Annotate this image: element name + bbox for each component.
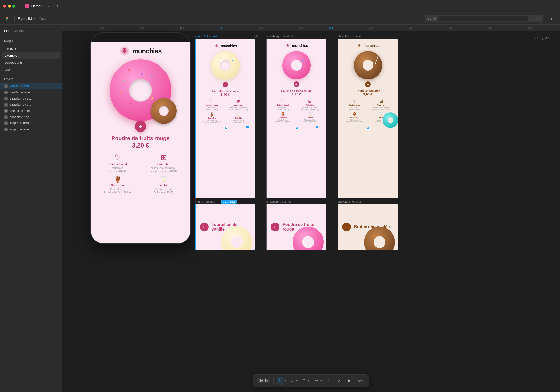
layer-vanilla-std[interactable]: ⊞ vanilla / stand... — [0, 83, 62, 89]
sidebar-tabs: File Assets — [0, 25, 62, 37]
refresh-nav-btn[interactable]: ↺ — [433, 17, 436, 21]
new-tab-btn[interactable]: + — [56, 3, 59, 9]
layout-toggle-btn[interactable]: ⊡ — [549, 14, 557, 23]
cuisine-local-supplier: MunchiesNantes (44000) — [109, 166, 127, 173]
right-sel-info: Sel 8g 3% — [533, 36, 550, 40]
project-name[interactable]: Figma B2 ▼ — [18, 17, 36, 20]
ingredient-cuisine-local: ♡ Cuisine Local MunchiesNantes (44000) — [96, 153, 139, 173]
back-btn-choc[interactable]: ← — [342, 223, 351, 231]
phone-mockup: munchies — [90, 32, 191, 244]
tool-component[interactable]: ❖ — [345, 377, 353, 384]
phone-munchies-logo: munchies — [119, 46, 161, 56]
external-link-btn[interactable]: ↗ — [534, 17, 537, 21]
user-info: Ynov — [39, 17, 46, 20]
tool-ellipse[interactable]: ○ — [335, 377, 342, 384]
forward-nav-btn[interactable]: › — [430, 16, 431, 21]
strawberry-opened-label: strawberry / opened — [266, 200, 291, 203]
vanilla-std-code-icon: </> — [254, 35, 258, 38]
back-btn-strawberry[interactable]: ← — [271, 223, 279, 231]
pen-tool-icon: ✏ — [313, 377, 319, 384]
farine-bio-supplier: Minoterie GiraudineauSaint-Colomban (443… — [150, 166, 178, 173]
sel-label: Sel — [259, 379, 263, 382]
svg-point-3 — [123, 48, 126, 50]
tool-pen[interactable]: ✏ ▼ — [313, 377, 323, 384]
choc-opened-label: chocolate / opened — [338, 200, 362, 203]
tab-assets[interactable]: Assets — [14, 28, 24, 34]
page-item-test[interactable]: test — [2, 66, 60, 73]
dimension-badge: 393 / 852 — [221, 199, 237, 204]
vanilla-opened-label: vanilla / opened — [195, 200, 215, 203]
lait-bio-supplier: Maison Le GallQuimper (29000) — [154, 187, 173, 194]
bottom-toolbar: Sel 8g ↖ ▼ # ▼ □ ▼ ✏ ▼ T — [253, 374, 369, 387]
sucre-bio-supplier: Cristal UnionFontaine-le-Dun (76640) — [104, 187, 132, 194]
phone-add-btn[interactable]: + — [135, 121, 146, 132]
layer-vanilla-open[interactable]: ⊞ vanilla / opene... — [0, 89, 62, 95]
layer-sugar-std[interactable]: ⊞ sugar / standa... — [0, 120, 62, 126]
back-btn-vanilla[interactable]: ← — [200, 223, 209, 231]
canvas-area[interactable]: -300 -200 -100 0 100 200 393 500 600 700… — [62, 25, 560, 392]
layer-choc-open[interactable]: ⊞ chocolate / op... — [0, 114, 62, 120]
small-donut — [151, 98, 177, 124]
toolbar-divider-1 — [14, 15, 15, 22]
frame-strawberry-std[interactable]: munchies + Poudre de fruits rouge 3,20 €… — [266, 39, 326, 198]
page-item-exercice[interactable]: exercice — [2, 45, 60, 52]
lait-bio-name: Lait bio — [158, 184, 168, 187]
frame-vanilla-opened[interactable]: ← Tourbillon de vanille — [195, 204, 255, 250]
frame-vanilla-std[interactable]: munchies + Tourbillon de vanille 2,40 € — [195, 39, 255, 198]
strawberry-price: 3,20 € — [292, 92, 301, 96]
left-sidebar: File Assets Pages exercice exemple compo… — [0, 25, 62, 392]
phone-screen: munchies — [91, 42, 190, 243]
vanilla-std-frame-label: vanilla / standard — [195, 35, 217, 38]
connector-dot-choc — [367, 127, 370, 130]
layer-sugar-open[interactable]: ⊞ sugar / opened... — [0, 126, 62, 133]
layers-section: Layers ⊞ vanilla / stand... ⊞ vanilla / … — [0, 74, 62, 392]
layer-strawberry-std[interactable]: ⊞ strawberry / st... — [0, 95, 62, 102]
window-controls — [3, 5, 15, 8]
tool-text[interactable]: T — [326, 377, 332, 384]
sucre-bio-icon: 🏺 — [114, 176, 121, 183]
back-nav-btn[interactable]: ‹ — [427, 16, 429, 21]
url-bar[interactable] — [438, 16, 528, 21]
munchies-logo-icon — [119, 46, 130, 56]
vanilla-price: 2,40 € — [220, 93, 230, 96]
minimize-window-btn[interactable] — [8, 5, 11, 8]
figma-tab-close[interactable]: × — [47, 5, 49, 8]
browser-tabs: Figma B2 × + — [21, 3, 59, 10]
frame-strawberry-opened[interactable]: ← Poudre de fruits rouge — [266, 204, 326, 250]
layers-list: ⊞ vanilla / stand... ⊞ vanilla / opene..… — [0, 83, 62, 133]
ingredient-sucre-bio: 🏺 Sucre bio Cristal UnionFontaine-le-Dun… — [96, 176, 139, 194]
close-window-btn[interactable] — [3, 5, 6, 8]
tab-file[interactable]: File — [4, 28, 10, 34]
layer-icon-0: ⊞ — [4, 84, 8, 88]
tool-frame[interactable]: # ▼ — [290, 377, 298, 384]
frame-tool-icon: # — [290, 377, 295, 384]
layer-strawberry-open[interactable]: ⊞ strawberry / o... — [0, 102, 62, 108]
phone-ingredients-grid: ♡ Cuisine Local MunchiesNantes (44000) ⊞… — [96, 153, 185, 194]
phone-product-name: Poudre de fruits rouge — [111, 135, 169, 141]
figma-logo[interactable] — [3, 14, 11, 23]
strawberry-add-btn[interactable]: + — [294, 81, 299, 87]
ingredient-lait-bio: 🥛 Lait bio Maison Le GallQuimper (29000) — [142, 176, 185, 194]
page-item-exemple[interactable]: exemple — [2, 52, 60, 59]
tool-code[interactable]: </> — [356, 378, 365, 384]
pages-list: exercice exemple composants test — [0, 44, 62, 74]
page-item-composants[interactable]: composants — [2, 59, 60, 66]
cursor-icon: ↖ — [277, 377, 284, 385]
strawberry-std-label: strawberry / standard — [266, 35, 293, 38]
choc-add-btn[interactable]: + — [365, 81, 371, 87]
layer-choc-std[interactable]: ⊞ chocolate / sta... — [0, 108, 62, 114]
frame-choc-opened[interactable]: ← Bruine chocolatée — [338, 204, 398, 250]
lait-bio-icon: 🥛 — [160, 176, 167, 183]
close-panel-btn[interactable]: × — [539, 17, 541, 21]
layers-section-title: Layers — [0, 76, 62, 83]
tool-cursor[interactable]: ↖ ▼ — [277, 377, 287, 385]
maximize-window-btn[interactable] — [12, 5, 15, 8]
tune-btn[interactable]: ⇄ — [530, 17, 533, 21]
cursor-chevron: ▼ — [284, 379, 287, 382]
toolbar-divider-2 — [273, 378, 274, 384]
figma-tab[interactable]: Figma B2 × — [21, 3, 53, 10]
phone-donut-container — [107, 59, 174, 124]
tool-rect[interactable]: □ ▼ — [301, 377, 310, 384]
cuisine-local-icon: ♡ — [114, 153, 121, 162]
vanilla-add-btn[interactable]: + — [223, 82, 228, 87]
